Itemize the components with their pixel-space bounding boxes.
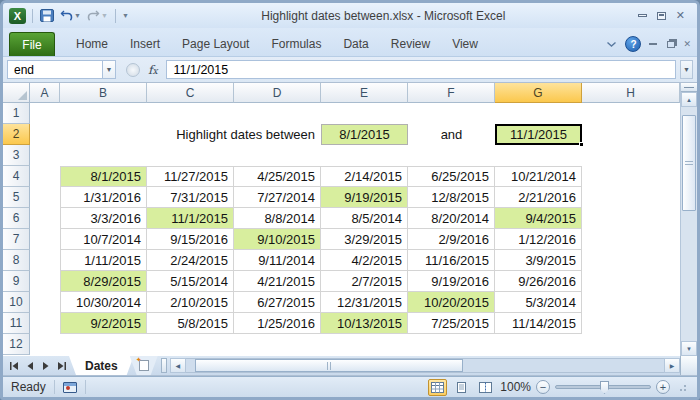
- customize-qat-arrow[interactable]: ▼: [122, 12, 129, 19]
- cell-E6[interactable]: 8/5/2014: [321, 208, 408, 229]
- cell-B8[interactable]: 1/11/2015: [60, 250, 147, 271]
- cell-A10[interactable]: [30, 292, 60, 313]
- page-break-view-button[interactable]: [476, 379, 495, 396]
- cell-D9[interactable]: 4/21/2015: [234, 271, 321, 292]
- cell-F4[interactable]: 6/25/2015: [408, 166, 495, 187]
- cell-G5[interactable]: 2/21/2016: [495, 187, 582, 208]
- fx-icon[interactable]: fx: [148, 63, 158, 77]
- scroll-right-icon[interactable]: ▶: [664, 358, 680, 373]
- cell-C2-label[interactable]: Highlight dates between: [147, 124, 321, 145]
- column-header-C[interactable]: C: [147, 83, 234, 103]
- resize-grip[interactable]: [679, 382, 689, 392]
- close-icon[interactable]: ✕: [676, 10, 685, 21]
- row-header-3[interactable]: 3: [3, 145, 30, 166]
- vertical-scroll-thumb[interactable]: [682, 115, 696, 211]
- cell-F6[interactable]: 8/20/2014: [408, 208, 495, 229]
- file-tab[interactable]: File: [9, 32, 55, 56]
- zoom-in-button[interactable]: +: [656, 380, 670, 394]
- scroll-down-icon[interactable]: ▼: [681, 341, 697, 356]
- tab-home[interactable]: Home: [65, 32, 119, 56]
- cell-E8[interactable]: 4/2/2015: [321, 250, 408, 271]
- cell-G8[interactable]: 3/9/2015: [495, 250, 582, 271]
- cell-F11[interactable]: 7/25/2015: [408, 313, 495, 334]
- cell-H8[interactable]: [582, 250, 680, 271]
- row-header-10[interactable]: 10: [3, 292, 30, 313]
- cell-H1[interactable]: [60, 103, 680, 124]
- undo-button[interactable]: ▼: [59, 9, 82, 22]
- cell-G4[interactable]: 10/21/2014: [495, 166, 582, 187]
- cell-A7[interactable]: [30, 229, 60, 250]
- column-header-F[interactable]: F: [408, 83, 495, 103]
- tab-view[interactable]: View: [441, 32, 489, 56]
- cell-H7[interactable]: [582, 229, 680, 250]
- row-header-12[interactable]: 12: [3, 334, 30, 355]
- cell-G6[interactable]: 9/4/2015: [495, 208, 582, 229]
- name-box[interactable]: end: [7, 60, 103, 79]
- zoom-out-button[interactable]: −: [536, 380, 550, 394]
- cell-D10[interactable]: 6/27/2015: [234, 292, 321, 313]
- row-header-7[interactable]: 7: [3, 229, 30, 250]
- cell-H9[interactable]: [582, 271, 680, 292]
- cell-F2-and[interactable]: and: [408, 124, 495, 145]
- cell-B2[interactable]: [60, 124, 147, 145]
- cell-D8[interactable]: 9/11/2014: [234, 250, 321, 271]
- cell-A11[interactable]: [30, 313, 60, 334]
- cell-B6[interactable]: 3/3/2016: [60, 208, 147, 229]
- normal-view-button[interactable]: [428, 379, 447, 396]
- row-header-1[interactable]: 1: [3, 103, 30, 124]
- cell-E10[interactable]: 12/31/2015: [321, 292, 408, 313]
- cell-G9[interactable]: 9/26/2016: [495, 271, 582, 292]
- row-header-8[interactable]: 8: [3, 250, 30, 271]
- cell-C5[interactable]: 7/31/2015: [147, 187, 234, 208]
- column-header-H[interactable]: H: [582, 83, 680, 103]
- cell-C6[interactable]: 11/1/2015: [147, 208, 234, 229]
- horizontal-scroll-thumb[interactable]: [195, 359, 463, 372]
- excel-logo-icon[interactable]: X: [9, 8, 26, 24]
- cell-B10[interactable]: 10/30/2014: [60, 292, 147, 313]
- cell-B11[interactable]: 9/2/2015: [60, 313, 147, 334]
- next-sheet-icon[interactable]: [39, 359, 53, 373]
- name-box-dropdown-arrow[interactable]: ▼: [103, 60, 116, 79]
- cell-G7[interactable]: 1/12/2016: [495, 229, 582, 250]
- column-header-B[interactable]: B: [60, 83, 147, 103]
- column-header-A[interactable]: A: [30, 83, 60, 103]
- cell-H2[interactable]: [582, 124, 680, 145]
- row-header-11[interactable]: 11: [3, 313, 30, 334]
- cell-A2[interactable]: [30, 124, 60, 145]
- cell-G11[interactable]: 11/14/2015: [495, 313, 582, 334]
- cell-A4[interactable]: [30, 166, 60, 187]
- cell-D6[interactable]: 8/8/2014: [234, 208, 321, 229]
- cell-E9[interactable]: 2/7/2015: [321, 271, 408, 292]
- row-header-9[interactable]: 9: [3, 271, 30, 292]
- cell-D11[interactable]: 1/25/2016: [234, 313, 321, 334]
- zoom-slider-thumb[interactable]: [600, 381, 609, 394]
- column-header-D[interactable]: D: [234, 83, 321, 103]
- cell-B5[interactable]: 1/31/2016: [60, 187, 147, 208]
- cell-H4[interactable]: [582, 166, 680, 187]
- cell-F5[interactable]: 12/8/2015: [408, 187, 495, 208]
- cell-F8[interactable]: 11/16/2015: [408, 250, 495, 271]
- cell-E5[interactable]: 9/19/2015: [321, 187, 408, 208]
- scroll-up-icon[interactable]: ▲: [681, 92, 697, 107]
- cell-D4[interactable]: 4/25/2015: [234, 166, 321, 187]
- page-layout-view-button[interactable]: [452, 379, 471, 396]
- row-header-5[interactable]: 5: [3, 187, 30, 208]
- cell-A3[interactable]: [30, 145, 60, 166]
- cell-D5[interactable]: 7/27/2014: [234, 187, 321, 208]
- workbook-restore-icon[interactable]: [667, 41, 675, 48]
- row-header-4[interactable]: 4: [3, 166, 30, 187]
- cell-B9[interactable]: 8/29/2015: [60, 271, 147, 292]
- vertical-scroll-track[interactable]: [681, 107, 697, 341]
- cell-E2-start-date[interactable]: 8/1/2015: [321, 124, 408, 145]
- workbook-minimize-icon[interactable]: [649, 43, 657, 45]
- row-header-2[interactable]: 2: [3, 124, 30, 145]
- cell-B4[interactable]: 8/1/2015: [60, 166, 147, 187]
- tab-insert[interactable]: Insert: [119, 32, 171, 56]
- cell-B7[interactable]: 10/7/2014: [60, 229, 147, 250]
- cell-C11[interactable]: 5/8/2015: [147, 313, 234, 334]
- column-header-G[interactable]: G: [495, 83, 582, 103]
- cell-H10[interactable]: [582, 292, 680, 313]
- undo-dropdown-arrow[interactable]: ▼: [74, 12, 81, 19]
- prev-sheet-icon[interactable]: [23, 359, 37, 373]
- scroll-left-icon[interactable]: ◀: [170, 358, 186, 373]
